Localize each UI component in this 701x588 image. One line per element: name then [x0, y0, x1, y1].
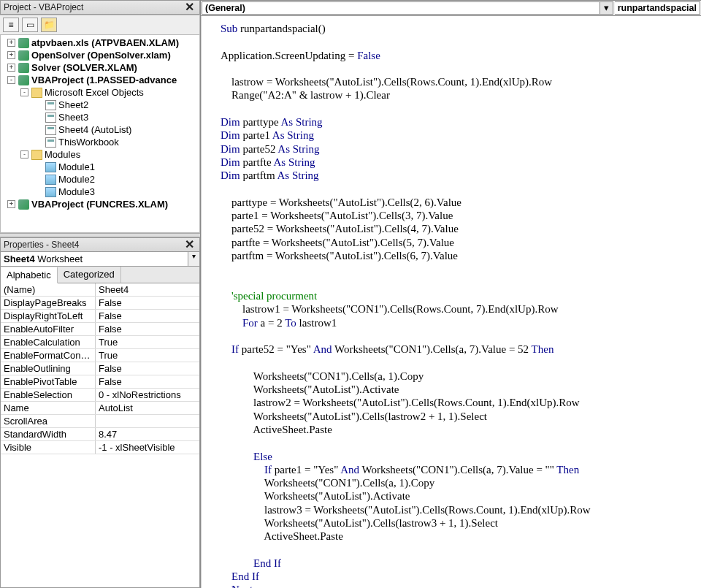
tree-item[interactable]: ThisWorkbook	[1, 136, 199, 148]
property-value[interactable]: 8.47	[96, 428, 199, 440]
tree-item-label: Sheet4 (AutoList)	[58, 123, 131, 136]
tree-item[interactable]: +Solver (SOLVER.XLAM)	[1, 61, 199, 74]
property-row[interactable]: DisplayRightToLeftFalse	[1, 310, 199, 323]
property-value[interactable]: False	[96, 375, 199, 388]
tree-item-label: Sheet3	[58, 111, 88, 123]
tab-alphabetic[interactable]: Alphabetic	[1, 267, 58, 283]
sheet-icon	[45, 112, 56, 123]
mod-icon	[45, 162, 56, 172]
properties-panel-title: Properties - Sheet4 ✕	[0, 237, 200, 252]
chevron-down-icon[interactable]: ▾	[600, 2, 613, 14]
properties-tabs: Alphabetic Categorized	[0, 267, 200, 283]
properties-object-select[interactable]: Sheet4 Worksheet ▾	[0, 252, 200, 267]
toggle-folders-button[interactable]: 📁	[41, 18, 57, 32]
tree-item[interactable]: Sheet4 (AutoList)	[1, 123, 199, 136]
tree-item-label: Microsoft Excel Objects	[45, 86, 144, 99]
property-value[interactable]	[96, 415, 199, 427]
property-row[interactable]: ScrollArea	[1, 415, 199, 428]
vba-icon	[18, 63, 29, 73]
vba-icon	[18, 75, 29, 85]
tree-item[interactable]: -Microsoft Excel Objects	[1, 86, 199, 99]
property-row[interactable]: StandardWidth8.47	[1, 428, 199, 441]
tree-item[interactable]: +OpenSolver (OpenSolver.xlam)	[1, 49, 199, 61]
property-row[interactable]: EnableAutoFilterFalse	[1, 323, 199, 336]
property-name: EnableAutoFilter	[1, 323, 96, 335]
sheet-icon	[45, 100, 56, 110]
property-value[interactable]: False	[96, 362, 199, 375]
property-row[interactable]: EnableOutliningFalse	[1, 362, 199, 375]
folder-open-icon	[31, 150, 42, 160]
property-row[interactable]: EnableFormatConditioTrue	[1, 349, 199, 362]
properties-close-icon[interactable]: ✕	[183, 240, 196, 250]
property-value[interactable]: False	[96, 323, 199, 335]
property-name: Visible	[1, 441, 96, 454]
property-row[interactable]: EnablePivotTableFalse	[1, 375, 199, 389]
tree-item[interactable]: -Modules	[1, 148, 199, 161]
tree-expander-icon[interactable]: +	[7, 39, 15, 47]
property-value[interactable]: False	[96, 297, 199, 309]
tree-expander-icon[interactable]: +	[7, 200, 15, 208]
tree-item[interactable]: +atpvbaen.xls (ATPVBAEN.XLAM)	[1, 37, 199, 49]
tree-expander-icon[interactable]: +	[7, 64, 15, 72]
property-name: EnableOutlining	[1, 362, 96, 375]
property-row[interactable]: EnableCalculationTrue	[1, 336, 199, 349]
property-value[interactable]: True	[96, 349, 199, 362]
tree-item[interactable]: -VBAProject (1.PASSED-advance	[1, 74, 199, 86]
tree-item-label: VBAProject (FUNCRES.XLAM)	[31, 198, 168, 210]
property-name: EnablePivotTable	[1, 375, 96, 388]
property-value[interactable]: True	[96, 336, 199, 348]
view-code-button[interactable]: ≡	[3, 18, 19, 32]
mod-icon	[45, 175, 56, 185]
property-row[interactable]: Visible-1 - xlSheetVisible	[1, 441, 199, 454]
tree-expander-icon[interactable]: -	[20, 88, 28, 96]
code-header: (General) ▾ runpartandspacial	[201, 1, 701, 16]
vba-icon	[18, 38, 29, 48]
tree-item[interactable]: Module2	[1, 173, 199, 186]
prop-obj-type: Worksheet	[37, 253, 83, 264]
tree-expander-icon[interactable]: +	[7, 51, 15, 59]
tree-item[interactable]: Module3	[1, 186, 199, 198]
properties-panel-label: Properties - Sheet4	[4, 240, 79, 250]
tree-item-label: Module3	[58, 186, 95, 198]
property-value[interactable]: -1 - xlSheetVisible	[96, 441, 199, 454]
procedure-combo[interactable]: runpartandspacial	[615, 1, 700, 15]
property-value[interactable]: AutoList	[96, 402, 199, 414]
project-tree[interactable]: +atpvbaen.xls (ATPVBAEN.XLAM)+OpenSolver…	[0, 35, 200, 233]
property-name: EnableCalculation	[1, 336, 96, 348]
property-name: (Name)	[1, 283, 96, 296]
property-value[interactable]: Sheet4	[96, 283, 199, 296]
tree-item[interactable]: Module1	[1, 161, 199, 173]
property-name: ScrollArea	[1, 415, 96, 427]
properties-grid[interactable]: (Name)Sheet4DisplayPageBreaksFalseDispla…	[0, 283, 200, 588]
property-name: EnableSelection	[1, 389, 96, 401]
tree-expander-icon[interactable]: -	[20, 150, 28, 159]
chevron-down-icon[interactable]: ▾	[188, 252, 199, 266]
tree-item[interactable]: Sheet2	[1, 99, 199, 111]
property-row[interactable]: (Name)Sheet4	[1, 283, 199, 297]
tree-item-label: Solver (SOLVER.XLAM)	[31, 61, 137, 74]
tree-item[interactable]: Sheet3	[1, 111, 199, 123]
tree-item-label: VBAProject (1.PASSED-advance	[31, 74, 177, 86]
property-row[interactable]: EnableSelection0 - xlNoRestrictions	[1, 389, 199, 402]
property-row[interactable]: NameAutoList	[1, 402, 199, 415]
folder-open-icon	[31, 88, 42, 98]
property-name: DisplayPageBreaks	[1, 297, 96, 309]
tree-item-label: Module1	[58, 161, 95, 173]
prop-obj-name: Sheet4	[4, 253, 35, 264]
property-row[interactable]: DisplayPageBreaksFalse	[1, 297, 199, 310]
property-name: DisplayRightToLeft	[1, 310, 96, 322]
tree-expander-icon[interactable]: -	[7, 76, 15, 84]
tree-item-label: OpenSolver (OpenSolver.xlam)	[31, 49, 171, 61]
tab-categorized[interactable]: Categorized	[58, 267, 121, 283]
tree-item-label: Sheet2	[58, 99, 88, 111]
property-name: EnableFormatConditio	[1, 349, 96, 362]
tree-item[interactable]: +VBAProject (FUNCRES.XLAM)	[1, 198, 199, 210]
project-close-icon[interactable]: ✕	[183, 2, 196, 12]
property-name: StandardWidth	[1, 428, 96, 440]
code-editor[interactable]: Sub runpartandspacial() Application.Scre…	[201, 16, 701, 588]
object-combo[interactable]: (General) ▾	[202, 1, 613, 15]
property-value[interactable]: False	[96, 310, 199, 322]
project-panel-title: Project - VBAProject ✕	[0, 0, 200, 15]
property-value[interactable]: 0 - xlNoRestrictions	[96, 389, 199, 401]
view-object-button[interactable]: ▭	[22, 18, 38, 32]
